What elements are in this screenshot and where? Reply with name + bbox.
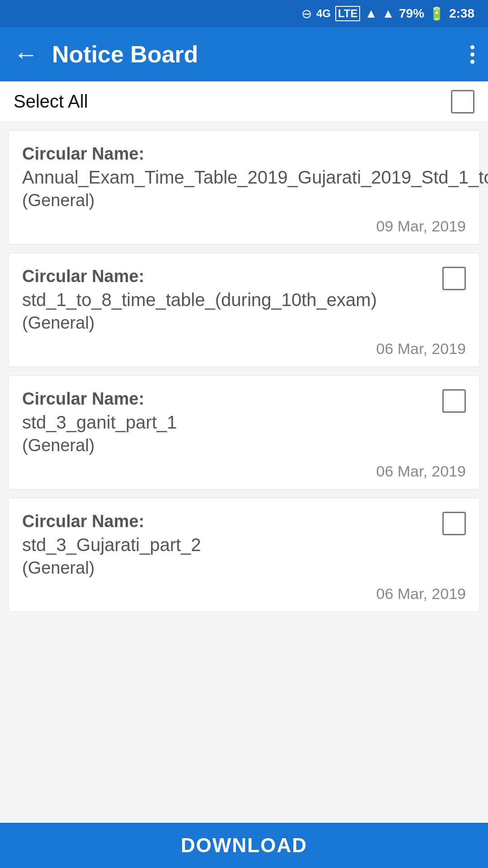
download-button[interactable]: DOWNLOAD: [0, 823, 488, 868]
notice-date-4: 06 Mar, 2019: [22, 585, 466, 603]
clock: 2:38: [449, 6, 474, 21]
circular-name-label-2: Circular Name:: [22, 267, 433, 286]
notice-card[interactable]: Circular Name: Annual_Exam_Time_Table_20…: [8, 130, 480, 245]
battery-percent: 79%: [399, 6, 424, 21]
select-all-label: Select All: [14, 91, 88, 112]
circular-name-value-3: std_3_ganit_part_1: [22, 412, 177, 432]
select-all-checkbox[interactable]: [451, 90, 474, 113]
page-title: Notice Board: [52, 41, 457, 68]
card-title-area: Circular Name: Annual_Exam_Time_Table_20…: [22, 144, 488, 210]
notice-checkbox-3[interactable]: [442, 389, 466, 413]
notice-date-3: 06 Mar, 2019: [22, 462, 466, 480]
dot-3: [470, 60, 474, 64]
notice-card[interactable]: Circular Name: std_3_Gujarati_part_2 (Ge…: [8, 498, 480, 612]
notice-list: Circular Name: Annual_Exam_Time_Table_20…: [0, 122, 488, 823]
download-label: DOWNLOAD: [181, 834, 307, 857]
card-header: Circular Name: std_1_to_8_time_table_(du…: [22, 267, 466, 333]
app-bar: ← Notice Board: [0, 27, 488, 81]
card-title-area: Circular Name: std_3_Gujarati_part_2 (Ge…: [22, 512, 442, 578]
circular-name-label-4: Circular Name:: [22, 512, 433, 531]
more-options-button[interactable]: [470, 45, 474, 64]
circular-name-value-1: Annual_Exam_Time_Table_2019_Gujarati_201…: [22, 167, 488, 187]
lte-badge: LTE: [335, 6, 361, 21]
battery-icon: 🔋: [429, 6, 445, 21]
card-header: Circular Name: std_3_ganit_part_1 (Gener…: [22, 389, 466, 455]
back-icon: ←: [14, 40, 38, 69]
card-header: Circular Name: Annual_Exam_Time_Table_20…: [22, 144, 466, 210]
status-icons: ⊖ 4G LTE ▲ ▲ 79% 🔋 2:38: [301, 6, 474, 21]
notice-checkbox-2[interactable]: [442, 267, 466, 290]
back-button[interactable]: ←: [14, 40, 38, 69]
signal-icon-2: ▲: [382, 6, 394, 21]
notice-card[interactable]: Circular Name: std_3_ganit_part_1 (Gener…: [8, 375, 480, 490]
circular-category-4: (General): [22, 558, 433, 578]
signal-icon-1: ▲: [365, 6, 377, 21]
card-header: Circular Name: std_3_Gujarati_part_2 (Ge…: [22, 512, 466, 578]
notice-date-1: 09 Mar, 2019: [22, 217, 466, 235]
dnd-icon: ⊖: [301, 6, 312, 21]
circular-name-value-2: std_1_to_8_time_table_(during_10th_exam): [22, 290, 377, 310]
circular-name-label-3: Circular Name:: [22, 389, 433, 409]
card-title-area: Circular Name: std_1_to_8_time_table_(du…: [22, 267, 442, 333]
dot-2: [470, 52, 474, 57]
select-all-row[interactable]: Select All: [0, 81, 488, 122]
dot-1: [470, 45, 474, 49]
circular-category-2: (General): [22, 313, 433, 333]
notice-card[interactable]: Circular Name: std_1_to_8_time_table_(du…: [8, 253, 480, 367]
circular-name-value-4: std_3_Gujarati_part_2: [22, 535, 201, 555]
circular-category-3: (General): [22, 436, 433, 455]
notice-checkbox-4[interactable]: [442, 512, 466, 535]
network-type: 4G: [316, 7, 331, 20]
status-bar: ⊖ 4G LTE ▲ ▲ 79% 🔋 2:38: [0, 0, 488, 27]
notice-date-2: 06 Mar, 2019: [22, 340, 466, 358]
circular-category-1: (General): [22, 191, 488, 210]
card-title-area: Circular Name: std_3_ganit_part_1 (Gener…: [22, 389, 442, 455]
circular-name-label-1: Circular Name:: [22, 144, 488, 164]
